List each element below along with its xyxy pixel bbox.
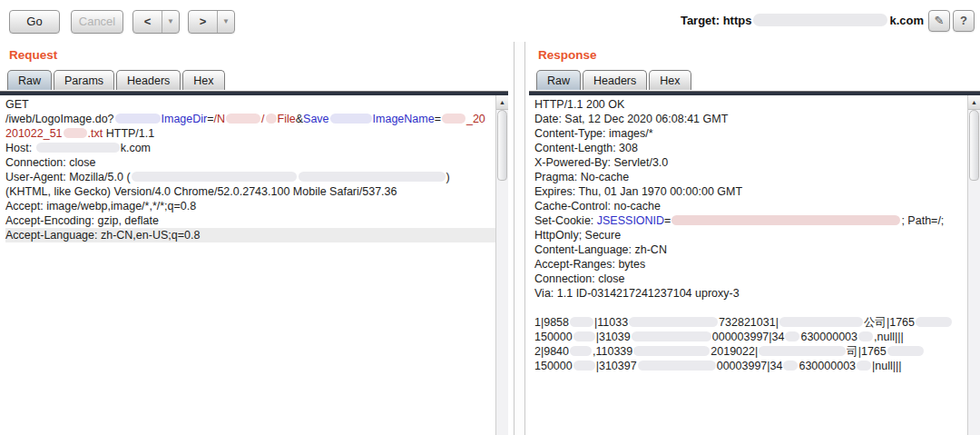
text-segment: Pragma: No-cache (534, 171, 629, 183)
text-segment: Cache-Control: no-cache (534, 200, 661, 213)
text-segment: 000003997|34 (712, 331, 785, 343)
message-line: 150000|31039000003997|34630000003,null||… (534, 330, 967, 344)
text-segment: HTTP/1.1 200 OK (534, 98, 624, 111)
text-segment: 2019022| (710, 345, 758, 358)
scroll-up-arrow-icon[interactable]: ▲ (496, 95, 508, 110)
history-forward-button[interactable]: > ▼ (188, 10, 235, 34)
response-title: Response (538, 48, 597, 62)
target-url-prefix: https (723, 14, 752, 27)
redacted-text (226, 114, 260, 124)
message-line: GET (5, 97, 495, 112)
back-arrow-icon[interactable]: < (133, 11, 162, 33)
text-segment: /N (214, 113, 226, 125)
redacted-text (36, 143, 120, 153)
text-segment: Accept: image/webp,image/*,*/*;q=0.8 (5, 200, 196, 213)
redacted-text (442, 114, 466, 124)
text-segment: /iweb/LogoImage.do? (5, 113, 114, 125)
text-segment: = (435, 113, 441, 125)
text-segment: Set-Cookie: (534, 214, 597, 227)
text-segment: = (207, 113, 213, 125)
text-segment: Accept-Encoding: gzip, deflate (5, 214, 159, 227)
response-scrollbar[interactable]: ▲ (967, 95, 980, 435)
text-segment: & (296, 113, 303, 125)
message-line: 2|9840,1103392019022|司|1765 (534, 344, 967, 359)
help-icon: ? (960, 14, 967, 27)
message-line: Pragma: No-cache (534, 170, 967, 184)
message-line: Accept-Language: zh-CN,en-US;q=0.8 (5, 228, 495, 242)
tab-raw[interactable]: Raw (7, 70, 52, 90)
chevron-down-icon[interactable]: ▼ (162, 11, 179, 33)
redacted-text (132, 172, 297, 182)
panel-divider[interactable] (514, 42, 525, 435)
target-display: Target: httpsk.com (681, 14, 924, 27)
text-segment: Save (303, 113, 329, 125)
text-segment: X-Powered-By: Servlet/3.0 (534, 156, 668, 169)
message-line: 201022_51.txt HTTP/1.1 (5, 126, 495, 141)
toolbar: Go Cancel < ▼ > ▼ Target: httpsk.com ✎ ? (0, 0, 980, 42)
text-segment: HttpOnly; Secure (534, 229, 621, 242)
text-segment: 150000 (534, 360, 573, 372)
scrollbar-thumb[interactable] (969, 110, 979, 181)
text-segment: 630000003 (799, 360, 856, 372)
request-scrollbar[interactable]: ▲ (495, 95, 508, 435)
redacted-text (573, 361, 595, 371)
text-segment: Accept-Language: zh-CN,en-US;q=0.8 (5, 229, 200, 242)
text-segment: |null||| (872, 360, 901, 372)
message-line: HTTP/1.1 200 OK (534, 97, 967, 112)
go-button[interactable]: Go (9, 10, 60, 34)
message-line: X-Powered-By: Servlet/3.0 (534, 155, 967, 170)
tab-params[interactable]: Params (54, 70, 114, 90)
chevron-down-icon[interactable]: ▼ (217, 11, 234, 33)
text-segment: HTTP/1.1 (103, 127, 154, 140)
text-segment: |310397 (596, 360, 637, 372)
response-editor[interactable]: HTTP/1.1 200 OKDate: Sat, 12 Dec 2020 06… (529, 95, 967, 435)
message-line: (KHTML, like Gecko) Version/4.0 Chrome/5… (5, 184, 495, 199)
edit-target-button[interactable]: ✎ (928, 10, 950, 32)
target-url-suffix: k.com (889, 14, 924, 27)
text-segment: / (261, 113, 264, 125)
redacted-text (633, 346, 710, 356)
cancel-button: Cancel (71, 10, 123, 34)
text-segment: JSESSIONID (597, 214, 664, 227)
message-line: HttpOnly; Secure (534, 228, 967, 242)
message-line: Cache-Control: no-cache (534, 199, 967, 213)
tab-hex[interactable]: Hex (182, 70, 224, 90)
help-button[interactable]: ? (953, 10, 975, 32)
message-line: Connection: close (5, 155, 495, 170)
text-segment: User-Agent: Mozilla/5.0 ( (5, 171, 131, 183)
message-line (534, 301, 967, 315)
text-segment: 150000 (534, 331, 573, 343)
redacted-text (115, 114, 161, 124)
text-segment: Content-Type: images/* (534, 127, 653, 140)
tab-headers[interactable]: Headers (116, 70, 181, 90)
text-segment: 630000003 (800, 331, 858, 343)
response-panel: Response RawHeadersHex HTTP/1.1 200 OKDa… (529, 42, 980, 435)
tab-raw[interactable]: Raw (536, 70, 581, 90)
target-label: Target: (681, 14, 720, 27)
text-segment: |11033 (594, 316, 628, 329)
text-segment: Expires: Thu, 01 Jan 1970 00:00:00 GMT (534, 185, 742, 198)
tab-headers[interactable]: Headers (583, 70, 647, 90)
request-editor[interactable]: GET/iweb/LogoImage.do?ImageDir=/N/File&S… (0, 95, 495, 435)
message-line: Via: 1.1 ID-0314217241237104 uproxy-3 (534, 286, 967, 301)
forward-arrow-icon[interactable]: > (189, 11, 217, 33)
text-segment: 司|1765 (847, 345, 887, 358)
text-segment: 1|9858 (534, 316, 569, 329)
history-back-button[interactable]: < ▼ (132, 10, 180, 34)
redacted-text (638, 361, 716, 371)
redacted-text (785, 331, 799, 341)
text-segment: GET (5, 98, 29, 111)
scrollbar-thumb[interactable] (497, 110, 507, 181)
redacted-text (629, 317, 718, 327)
tab-hex[interactable]: Hex (649, 70, 691, 90)
message-line: /iweb/LogoImage.do?ImageDir=/N/File&Save… (5, 112, 495, 126)
redacted-text (64, 128, 87, 138)
redacted-text (783, 361, 798, 371)
text-segment: Via: 1.1 ID-0314217241237104 uproxy-3 (534, 287, 740, 300)
text-segment: k.com (121, 142, 151, 154)
text-segment: 201022_51 (5, 127, 63, 140)
scroll-up-arrow-icon[interactable]: ▲ (968, 95, 980, 110)
message-line: 1|9858|11033732821031|公司|1765 (534, 315, 967, 330)
redacted-text (632, 331, 711, 341)
text-segment: 2|9840 (534, 345, 569, 358)
